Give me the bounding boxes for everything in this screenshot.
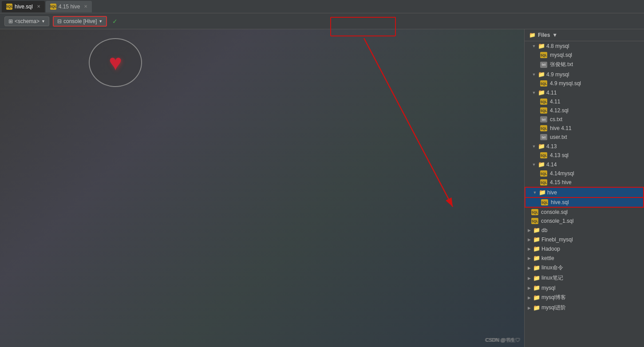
tree-item-415hive[interactable]: SQL 4.15 hive bbox=[525, 178, 644, 187]
tree-item-mysql-sql[interactable]: SQL mysql.sql bbox=[525, 51, 644, 59]
sql-icon-hive-sql: SQL bbox=[541, 199, 548, 205]
tree-item-zhang-txt[interactable]: txt 张俊铭.txt bbox=[525, 59, 644, 70]
tree-item-413-sql[interactable]: SQL 4.13 sql bbox=[525, 151, 644, 160]
console-dropdown[interactable]: ⊟ console [Hive] ▼ bbox=[53, 16, 107, 27]
tree-item-hive-411[interactable]: SQL hive 4.11 bbox=[525, 124, 644, 133]
expand-mysql-blog[interactable]: ▶ bbox=[526, 296, 532, 300]
file-tree-sidebar[interactable]: 📁 Files ▼ ▼ 📁 4.8 mysql SQL mysql.sql tx… bbox=[524, 29, 644, 347]
tree-item-kettle[interactable]: ▶ 📁 kettle bbox=[525, 253, 644, 263]
tree-item-411-file[interactable]: SQL 4.11 bbox=[525, 97, 644, 106]
schema-icon: ⊞ bbox=[8, 18, 13, 24]
tree-label-mysql-48: 4.8 mysql bbox=[546, 43, 569, 49]
tree-item-mysql-49[interactable]: ▼ 📁 4.9 mysql bbox=[525, 70, 644, 79]
expand-hive-folder[interactable]: ▼ bbox=[532, 190, 537, 195]
tree-label-mysql-blog: mysql博客 bbox=[541, 294, 566, 301]
tree-label-415hive: 4.15 hive bbox=[550, 179, 572, 185]
expand-mysql[interactable]: ▶ bbox=[526, 286, 532, 290]
folder-icon-hadoop: 📁 bbox=[533, 245, 540, 252]
tab-sql-icon-1: SQL bbox=[6, 4, 12, 10]
tree-item-hadoop[interactable]: ▶ 📁 Hadoop bbox=[525, 244, 644, 253]
schema-label: <schema> bbox=[15, 18, 40, 24]
tree-item-hive-folder[interactable]: ▼ 📁 hive bbox=[525, 187, 644, 198]
expand-mysql-49[interactable]: ▼ bbox=[531, 72, 537, 77]
tree-item-414mysql[interactable]: SQL 4.14mysql bbox=[525, 169, 644, 178]
folder-icon-db: 📁 bbox=[533, 227, 540, 233]
tab-hive-sql[interactable]: SQL hive.sql ✕ bbox=[2, 1, 45, 12]
tree-item-mysql-49-sql[interactable]: SQL 4.9 mysql.sql bbox=[525, 79, 644, 88]
heart-icon: ♥ bbox=[109, 51, 122, 74]
folder-icon-mysql-49: 📁 bbox=[538, 71, 545, 78]
tree-label-linux-cmd: linux命令 bbox=[541, 264, 563, 272]
tree-label-console1-sql: console_1.sql bbox=[541, 218, 573, 224]
expand-hadoop[interactable]: ▶ bbox=[526, 247, 532, 251]
tree-label-console-sql: console.sql bbox=[541, 209, 568, 215]
expand-linux-notes[interactable]: ▶ bbox=[526, 276, 532, 280]
sql-icon-414mysql: SQL bbox=[540, 170, 547, 177]
tree-item-hive-sql-file[interactable]: SQL hive.sql bbox=[525, 198, 644, 208]
tree-item-mysql-blog[interactable]: ▶ 📁 mysql博客 bbox=[525, 292, 644, 303]
tree-label-user-txt: user.txt bbox=[550, 134, 567, 140]
txt-icon-zhang: txt bbox=[540, 62, 547, 68]
expand-linux-cmd[interactable]: ▶ bbox=[526, 266, 532, 270]
expand-413[interactable]: ▼ bbox=[531, 144, 537, 149]
checkmark: ✓ bbox=[112, 18, 118, 25]
tree-item-413[interactable]: ▼ 📁 4.13 bbox=[525, 142, 644, 151]
console-arrow: ▼ bbox=[99, 19, 103, 24]
folder-icon-header: 📁 bbox=[529, 32, 536, 38]
tab-label-2: 4.15 hive bbox=[59, 4, 80, 10]
expand-411[interactable]: ▼ bbox=[531, 91, 537, 95]
expand-finebi[interactable]: ▶ bbox=[526, 237, 532, 242]
folder-icon-mysql-blog: 📁 bbox=[533, 294, 540, 301]
tree-item-user-txt[interactable]: txt user.txt bbox=[525, 133, 644, 142]
tree-item-cs-txt[interactable]: txt cs.txt bbox=[525, 115, 644, 124]
folder-icon-hive: 📁 bbox=[539, 189, 546, 196]
expand-mysql-48[interactable]: ▼ bbox=[531, 44, 537, 48]
expand-db[interactable]: ▶ bbox=[526, 228, 532, 233]
files-title: Files bbox=[538, 32, 550, 38]
tree-label-finebi: Finebl_mysql bbox=[541, 237, 573, 243]
tree-item-linux-cmd[interactable]: ▶ 📁 linux命令 bbox=[525, 263, 644, 273]
tree-item-mysql-adv[interactable]: ▶ 📁 mysql进阶 bbox=[525, 303, 644, 313]
tree-item-linux-notes[interactable]: ▶ 📁 linux笔记 bbox=[525, 273, 644, 283]
tab-bar: SQL hive.sql ✕ SQL 4.15 hive ✕ bbox=[0, 0, 644, 13]
tree-label-db: db bbox=[541, 227, 547, 233]
tree-item-412-sql[interactable]: SQL 4.12.sql bbox=[525, 106, 644, 115]
tab-415-hive[interactable]: SQL 4.15 hive ✕ bbox=[46, 1, 92, 12]
speech-bubble: ♥ bbox=[89, 38, 142, 87]
tree-item-mysql-48[interactable]: ▼ 📁 4.8 mysql bbox=[525, 41, 644, 51]
tree-label-mysql-49: 4.9 mysql bbox=[546, 71, 569, 78]
folder-icon-mysql-48: 📁 bbox=[538, 43, 545, 49]
tree-label-mysql-adv: mysql进阶 bbox=[541, 304, 566, 312]
content-area: ♥ CSDN @书生♡ bbox=[0, 29, 524, 347]
tree-item-console1-sql[interactable]: SQL console_1.sql bbox=[525, 217, 644, 225]
tree-label-mysql-49-sql: 4.9 mysql.sql bbox=[550, 80, 581, 87]
tree-item-414[interactable]: ▼ 📁 4.14 bbox=[525, 160, 644, 169]
tree-label-hive-411: hive 4.11 bbox=[550, 125, 572, 131]
heart-bubble: ♥ bbox=[89, 38, 151, 96]
sql-icon-mysql49: SQL bbox=[540, 80, 547, 87]
tree-item-411[interactable]: ▼ 📁 4.11 bbox=[525, 88, 644, 97]
folder-icon-linux-notes: 📁 bbox=[533, 275, 540, 281]
sql-icon-415hive: SQL bbox=[540, 179, 547, 185]
tree-item-db[interactable]: ▶ 📁 db bbox=[525, 225, 644, 235]
tree-item-mysql[interactable]: ▶ 📁 mysql bbox=[525, 283, 644, 292]
tab-label-1: hive.sql bbox=[15, 4, 33, 10]
tab-close-2[interactable]: ✕ bbox=[84, 4, 87, 9]
tab-sql-icon-2: SQL bbox=[50, 4, 56, 10]
folder-icon-413: 📁 bbox=[538, 143, 545, 150]
expand-414[interactable]: ▼ bbox=[531, 162, 537, 167]
sql-icon-mysql: SQL bbox=[540, 52, 547, 58]
tree-item-console-sql[interactable]: SQL console.sql bbox=[525, 208, 644, 217]
expand-kettle[interactable]: ▶ bbox=[526, 256, 532, 260]
tree-label-413-sql: 4.13 sql bbox=[550, 152, 569, 158]
sql-icon-hive-411: SQL bbox=[540, 125, 547, 131]
tab-close-1[interactable]: ✕ bbox=[37, 4, 40, 9]
txt-icon-cs: txt bbox=[540, 116, 547, 122]
folder-icon-mysql: 📁 bbox=[533, 284, 540, 291]
tree-label-cs-txt: cs.txt bbox=[550, 116, 562, 122]
tree-item-finebi[interactable]: ▶ 📁 Finebl_mysql bbox=[525, 235, 644, 244]
files-arrow[interactable]: ▼ bbox=[552, 32, 557, 38]
main-layout: ♥ CSDN @书生♡ 📁 Files bbox=[0, 29, 644, 347]
schema-dropdown[interactable]: ⊞ <schema> ▼ bbox=[4, 16, 49, 26]
expand-mysql-adv[interactable]: ▶ bbox=[526, 306, 532, 310]
